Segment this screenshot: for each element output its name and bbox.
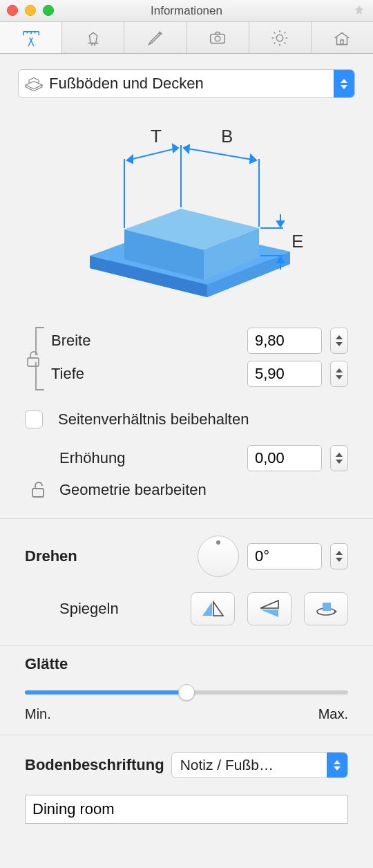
tab-camera[interactable] xyxy=(187,22,249,53)
keep-ratio-label: Seitenverhältnis beibehalten xyxy=(58,411,348,428)
floor-labeling-select-label: Notiz / Fußb… xyxy=(172,757,327,773)
svg-marker-21 xyxy=(260,601,278,608)
tiefe-stepper[interactable] xyxy=(330,361,348,387)
erhoehung-input[interactable] xyxy=(247,445,322,471)
tab-building[interactable] xyxy=(312,22,373,53)
svg-marker-20 xyxy=(213,602,223,616)
rotation-input[interactable] xyxy=(247,543,322,569)
erhoehung-label: Erhöhung xyxy=(59,449,239,467)
svg-marker-12 xyxy=(173,144,178,152)
svg-rect-3 xyxy=(341,39,344,44)
close-window-button[interactable] xyxy=(7,5,18,16)
svg-point-1 xyxy=(215,36,220,41)
breite-stepper[interactable] xyxy=(330,328,348,354)
tab-materials[interactable] xyxy=(62,22,124,53)
svg-marker-19 xyxy=(202,602,212,616)
svg-marker-11 xyxy=(127,155,133,163)
floor-labeling-input[interactable] xyxy=(25,795,348,824)
window-title: Informationen xyxy=(151,4,222,18)
titlebar: Informationen xyxy=(0,0,373,22)
link-bracket-icon xyxy=(26,321,50,398)
section-dimensions: Breite Tiefe Seitenverhältnis beibehalte… xyxy=(0,311,373,519)
rotation-dial[interactable] xyxy=(198,536,239,577)
section-floor-labeling: Bodenbeschriftung Notiz / Fußb… xyxy=(0,735,373,836)
mirror-label: Spiegeln xyxy=(59,600,182,618)
erhoehung-stepper[interactable] xyxy=(330,445,348,471)
floor-cube-icon xyxy=(19,76,49,91)
floor-labeling-select[interactable]: Notiz / Fußb… xyxy=(171,752,348,778)
select-stepper-icon xyxy=(327,753,347,777)
svg-marker-25 xyxy=(334,610,337,614)
tab-edit[interactable] xyxy=(124,22,186,53)
tab-lighting[interactable] xyxy=(249,22,312,53)
smooth-slider[interactable] xyxy=(25,686,348,699)
pin-icon[interactable] xyxy=(354,5,365,19)
select-stepper-icon xyxy=(334,70,354,97)
tiefe-label: Tiefe xyxy=(51,365,239,383)
smooth-title: Glätte xyxy=(25,655,348,673)
tiefe-input[interactable] xyxy=(247,361,322,387)
svg-rect-24 xyxy=(323,603,331,611)
diagram-label-t: T xyxy=(151,126,162,147)
edit-geometry-label: Geometrie bearbeiten xyxy=(59,481,348,499)
svg-marker-22 xyxy=(260,610,278,617)
svg-rect-0 xyxy=(211,34,225,43)
svg-point-2 xyxy=(277,35,283,41)
svg-marker-14 xyxy=(250,155,256,163)
section-rotate: Drehen Spiegeln xyxy=(0,519,373,645)
keep-ratio-checkbox[interactable] xyxy=(25,411,43,428)
mirror-vertical-button[interactable] xyxy=(247,592,291,625)
section-smooth: Glätte Min. Max. xyxy=(0,645,373,735)
zoom-window-button[interactable] xyxy=(43,5,54,16)
svg-rect-17 xyxy=(28,358,39,366)
svg-marker-13 xyxy=(184,145,189,153)
mirror-horizontal-button[interactable] xyxy=(191,592,235,625)
diagram-label-e: E xyxy=(291,231,303,252)
breite-label: Breite xyxy=(51,332,239,350)
lock-open-icon[interactable] xyxy=(25,482,51,498)
category-select[interactable]: Fußböden und Decken xyxy=(18,69,355,98)
svg-rect-18 xyxy=(32,489,44,497)
category-label: Fußböden und Decken xyxy=(49,75,334,93)
smooth-max-label: Max. xyxy=(318,706,348,722)
rotate-3d-button[interactable] xyxy=(304,592,348,625)
minimize-window-button[interactable] xyxy=(25,5,36,16)
rotation-stepper[interactable] xyxy=(330,543,348,569)
smooth-min-label: Min. xyxy=(25,706,51,722)
svg-marker-15 xyxy=(277,221,284,227)
dimensions-diagram: T B E xyxy=(0,111,373,311)
diagram-label-b: B xyxy=(221,126,233,147)
tab-measurements[interactable] xyxy=(0,22,62,53)
breite-input[interactable] xyxy=(247,328,322,354)
inspector-tabstrip xyxy=(0,22,373,54)
rotate-title: Drehen xyxy=(25,547,189,565)
category-select-wrap: Fußböden und Decken xyxy=(0,54,373,111)
floor-labeling-title: Bodenbeschriftung xyxy=(25,756,164,774)
window-traffic-lights xyxy=(7,5,54,16)
